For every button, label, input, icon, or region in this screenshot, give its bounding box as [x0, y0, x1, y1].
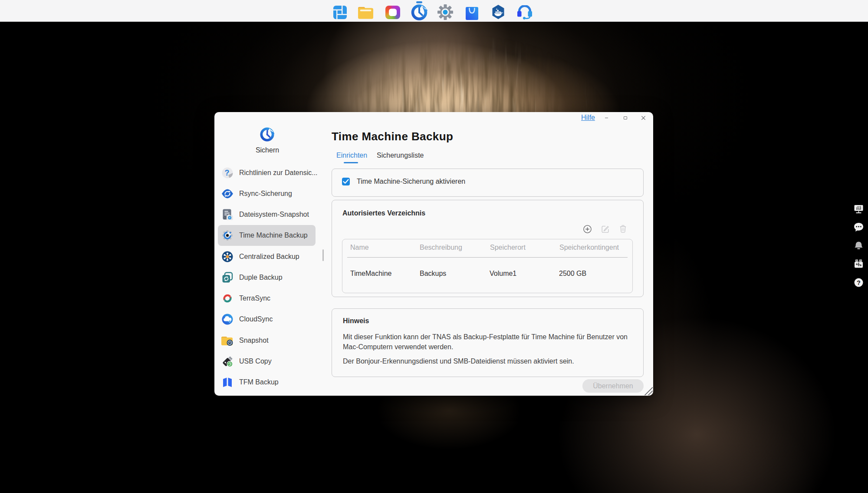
svg-text:?: ?	[857, 279, 861, 286]
svg-text:?: ?	[225, 169, 230, 177]
